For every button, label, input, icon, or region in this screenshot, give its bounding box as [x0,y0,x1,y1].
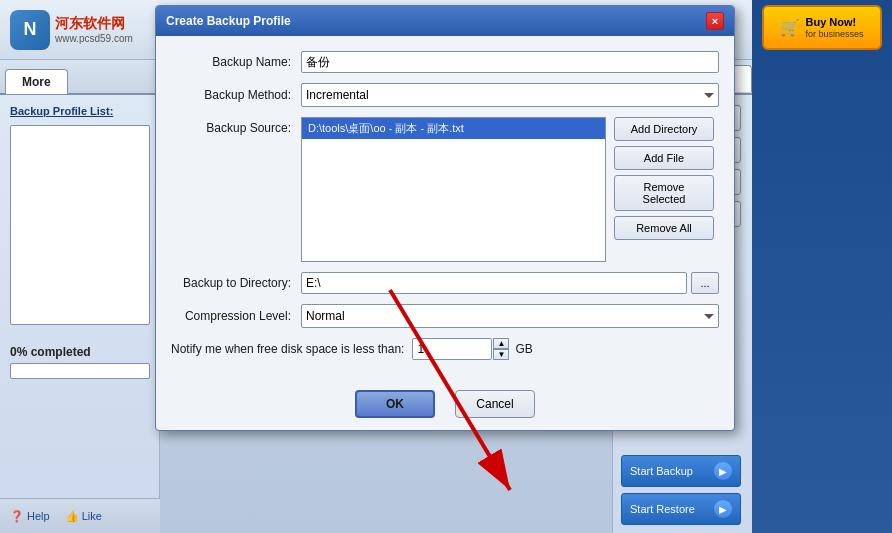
dialog-title: Create Backup Profile [166,14,291,28]
backup-dir-input[interactable] [301,272,687,294]
help-label: Help [27,510,50,522]
start-backup-icon: ▶ [714,462,732,480]
compression-row: Compression Level: Normal Fast Best [171,304,719,328]
progress-label: 0% completed [10,345,149,359]
cancel-button[interactable]: Cancel [455,390,535,418]
source-with-buttons: D:\tools\桌面\oo - 副本 - 副本.txt Add Directo… [301,117,719,262]
remove-all-source-button[interactable]: Remove All [614,216,714,240]
logo-area: N 河东软件网 www.pcsd59.com [10,10,133,50]
dialog-close-button[interactable]: × [706,12,724,30]
logo-icon: N [10,10,50,50]
buy-now-button[interactable]: 🛒 Buy Now! for businesses [762,5,882,50]
profile-list-box[interactable] [10,125,150,325]
notify-label: Notify me when free disk space is less t… [171,342,404,356]
left-sidebar: Backup Profile List: 0% completed [0,95,160,533]
source-item[interactable]: D:\tools\桌面\oo - 副本 - 副本.txt [302,118,605,139]
like-button[interactable]: 👍 Like [65,510,102,523]
remove-selected-button[interactable]: Remove Selected [614,175,714,211]
profile-list-label: Backup Profile List: [10,105,149,117]
browse-button[interactable]: ... [691,272,719,294]
like-icon: 👍 [65,510,79,523]
backup-name-row: Backup Name: [171,51,719,73]
add-file-button[interactable]: Add File [614,146,714,170]
buy-now-text: Buy Now! [805,16,863,29]
backup-dir-row: Backup to Directory: ... [171,272,719,294]
backup-source-label: Backup Source: [171,117,301,135]
dialog-titlebar: Create Backup Profile × [156,6,734,36]
start-restore-icon: ▶ [714,500,732,518]
backup-method-select[interactable]: Incremental Full Differential [301,83,719,107]
logo-subtext: www.pcsd59.com [55,33,133,44]
compression-select[interactable]: Normal Fast Best [301,304,719,328]
backup-source-row: Backup Source: D:\tools\桌面\oo - 副本 - 副本.… [171,117,719,262]
dialog-body: Backup Name: Backup Method: Incremental … [156,36,734,382]
start-backup-button[interactable]: Start Backup ▶ [621,455,741,487]
spinner-buttons: ▲ ▼ [493,338,509,360]
cart-icon: 🛒 [780,18,800,37]
backup-method-label: Backup Method: [171,88,301,102]
help-button[interactable]: ❓ Help [10,510,50,523]
start-restore-label: Start Restore [630,503,695,515]
source-buttons: Add Directory Add File Remove Selected R… [614,117,719,262]
help-icon: ❓ [10,510,24,523]
for-businesses-text: for businesses [805,29,863,39]
source-list[interactable]: D:\tools\桌面\oo - 副本 - 副本.txt [301,117,606,262]
gb-label: GB [515,342,532,356]
start-restore-button[interactable]: Start Restore ▶ [621,493,741,525]
bottom-bar: ❓ Help 👍 Like [0,498,160,533]
spinner-up-button[interactable]: ▲ [493,338,509,349]
like-label: Like [82,510,102,522]
spinner-down-button[interactable]: ▼ [493,349,509,360]
logo-text: 河东软件网 [55,15,133,33]
dialog-footer: OK Cancel [156,382,734,430]
create-backup-dialog: Create Backup Profile × Backup Name: Bac… [155,5,735,431]
ok-button[interactable]: OK [355,390,435,418]
backup-name-input[interactable] [301,51,719,73]
right-panel: 🛒 Buy Now! for businesses [752,0,892,533]
backup-method-row: Backup Method: Incremental Full Differen… [171,83,719,107]
add-directory-button[interactable]: Add Directory [614,117,714,141]
compression-label: Compression Level: [171,309,301,323]
tab-more[interactable]: More [5,69,68,94]
backup-dir-label: Backup to Directory: [171,276,301,290]
start-backup-label: Start Backup [630,465,693,477]
notify-input[interactable] [412,338,492,360]
backup-name-label: Backup Name: [171,55,301,69]
progress-bar [10,363,150,379]
notify-row: Notify me when free disk space is less t… [171,338,719,360]
